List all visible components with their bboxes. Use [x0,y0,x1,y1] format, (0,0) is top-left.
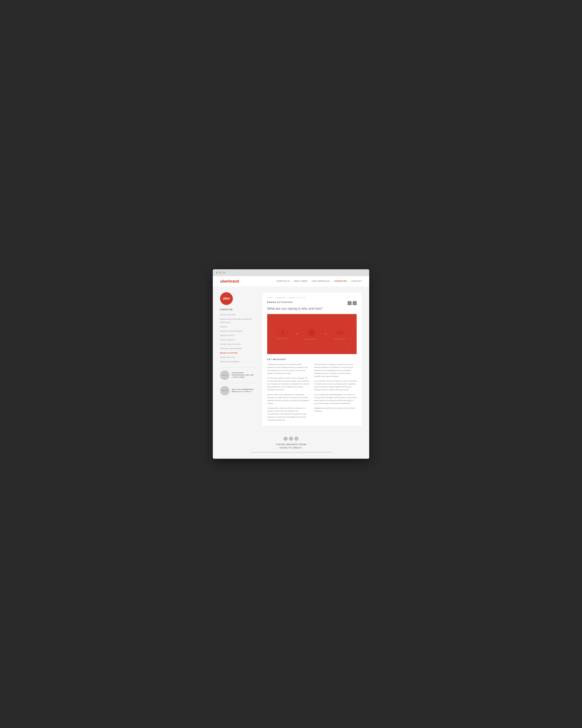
sidebar-nav-item-brand-rollout[interactable]: BRAND ROLLOUT [220,355,257,359]
site-header: uberbrand PORTFOLIO MEET UBER OUR APPROA… [213,276,369,287]
sidebar-media-section: MEDIA WHAT HAS UBERBRAND BEEN UP TO LATE… [220,386,257,395]
page-title-area: BRAND ACTIVATION f t [267,301,356,305]
circle-icon [307,328,316,337]
sidebar-nav-item-brand-arch[interactable]: BRAND ARCHITECTURE AND BRAND PORTFOLIO [220,317,257,324]
browser-dot-yellow [219,271,221,274]
browser-chrome [213,269,369,276]
hero-plus-2: + [325,332,327,336]
hero-diagonal-decor [346,314,356,354]
right-para-4: Contact us and we'll help you activate y… [314,407,356,413]
right-para-3: As an experienced marketing agency, we c… [314,393,356,405]
sidebar-blog-text: KNOWLEDGE, EXPERIENCES AND OUR LATEST NE… [232,372,257,379]
hero-plus-1: + [296,332,298,336]
sidebar-nav-item-internal-engagement[interactable]: INTERNAL ENGAGEMENT [220,347,257,350]
footer-linkedin-icon[interactable]: in [294,437,298,441]
content-section-title: KEY MESSAGES [267,359,356,360]
sidebar-nav: BRAND STRATEGY BRAND ARCHITECTURE AND BR… [220,313,257,363]
nav-portfolio[interactable]: PORTFOLIO [277,280,290,282]
sidebar-nav-item-product-dev[interactable]: PRODUCT DEVELOPMENT [220,329,257,333]
left-para-4: Following these, relevant channels, medi… [267,407,310,421]
main-nav: PORTFOLIO MEET UBER OUR APPROACH EXPERTI… [277,280,362,282]
left-para-2: The first step requires a series of 'key… [267,376,310,391]
footer-tagline: TAKING BRANDS FROMGOOD TO GREAT. [220,443,362,449]
breadcrumb-home[interactable]: HOME [267,297,272,298]
svg-point-4 [309,331,314,335]
content-col-left: Activating your brand to your relevant m… [267,363,310,421]
breadcrumb-expertise[interactable]: EXPERTISE [275,297,286,298]
nav-our-approach[interactable]: OUR APPROACH [312,280,330,282]
browser-dot-red [216,271,218,274]
breadcrumb-sep-2: » [287,297,288,298]
sidebar-blog-section: BLOG KNOWLEDGE, EXPERIENCES AND OUR LATE… [220,370,257,380]
facebook-icon[interactable]: f [348,301,351,305]
breadcrumb-sep-1: » [273,297,274,298]
browser-window: uberbrand PORTFOLIO MEET UBER OUR APPROA… [213,269,369,459]
sidebar-divider-1 [220,367,257,368]
svg-point-2 [282,332,284,334]
footer-social: f t in [220,437,362,441]
browser-dot-green [223,271,225,274]
sidebar-media-text: WHAT HAS UBERBRAND BEEN UP TO LATELY? [232,388,257,393]
page-subtitle: What are you saying to who and how? [267,307,356,311]
sidebar-logo: uber [220,292,233,305]
breadcrumb: HOME » EXPERTISE » BRAND ACTIVATION [267,297,356,298]
sidebar-blog-badge[interactable]: BLOG [220,370,230,380]
footer-copyright: ©Copyright uberbrand pty ltd. Branding C… [220,451,362,453]
hero-label-1: WHAT YOU SAY [277,338,288,339]
nav-meet-uber[interactable]: MEET UBER [294,280,307,282]
page-title: BRAND ACTIVATION [267,301,293,303]
sidebar-logo-text: uber [223,296,230,301]
footer-twitter-icon[interactable]: t [289,437,293,441]
left-para-1: Activating your brand to your relevant m… [267,363,310,375]
hero-image: WHAT YOU SAY + WHO YOU SAY IT + [267,314,356,354]
right-para-2: Our production team then swings into act… [314,380,356,391]
site-wrapper: uberbrand PORTFOLIO MEET UBER OUR APPROA… [213,276,369,459]
sidebar-nav-item-brand-identity[interactable]: BRAND IDENTITY [220,334,257,337]
nav-contact[interactable]: CONTACT [351,280,362,282]
breadcrumb-current: BRAND ACTIVATION [289,297,306,298]
hero-icon-megaphone: HOW YOU SAY IT [334,329,347,340]
hero-label-2: WHO YOU SAY IT [305,339,318,340]
sidebar: uber EXPERTISE BRAND STRATEGY BRAND ARCH… [220,292,257,426]
sidebar-nav-item-brand-management[interactable]: BRAND MANAGEMENT [220,360,257,363]
sidebar-nav-item-brand-strategy[interactable]: BRAND STRATEGY [220,313,257,316]
site-main: uber EXPERTISE BRAND STRATEGY BRAND ARCH… [213,287,369,432]
nav-expertise[interactable]: EXPERTISE [334,280,347,282]
sidebar-media-badge[interactable]: MEDIA [220,386,230,395]
svg-rect-5 [342,331,343,334]
sidebar-section-title: EXPERTISE [220,309,257,311]
content-col-right: We develop key messaging in context to y… [314,363,356,421]
site-logo[interactable]: uberbrand [220,279,239,284]
left-para-3: When a range of key messages are require… [267,393,310,405]
sidebar-nav-item-brand-tone[interactable]: BRAND TONE OF VOICE [220,342,257,345]
sidebar-nav-item-visual-identity[interactable]: VISUAL IDENTITY [220,338,257,341]
eye-icon [277,329,288,336]
twitter-icon[interactable]: t [353,301,356,305]
content-columns: Activating your brand to your relevant m… [267,363,356,421]
sidebar-nav-item-naming[interactable]: NAMING [220,325,257,328]
hero-label-3: HOW YOU SAY IT [334,338,347,340]
right-para-1: We develop key messaging in context to y… [314,363,356,378]
social-icons: f t [348,301,356,305]
sidebar-nav-item-brand-activation[interactable]: BRAND ACTIVATION [220,351,257,354]
main-content: HOME » EXPERTISE » BRAND ACTIVATION BRAN… [262,292,362,426]
hero-icon-eye: WHAT YOU SAY [277,329,288,339]
hero-icon-circle: WHO YOU SAY IT [305,328,318,340]
footer-facebook-icon[interactable]: f [284,437,288,441]
site-footer: f t in TAKING BRANDS FROMGOOD TO GREAT. … [213,432,369,459]
contact-link[interactable]: Contact us [314,407,322,409]
megaphone-icon [336,329,346,337]
